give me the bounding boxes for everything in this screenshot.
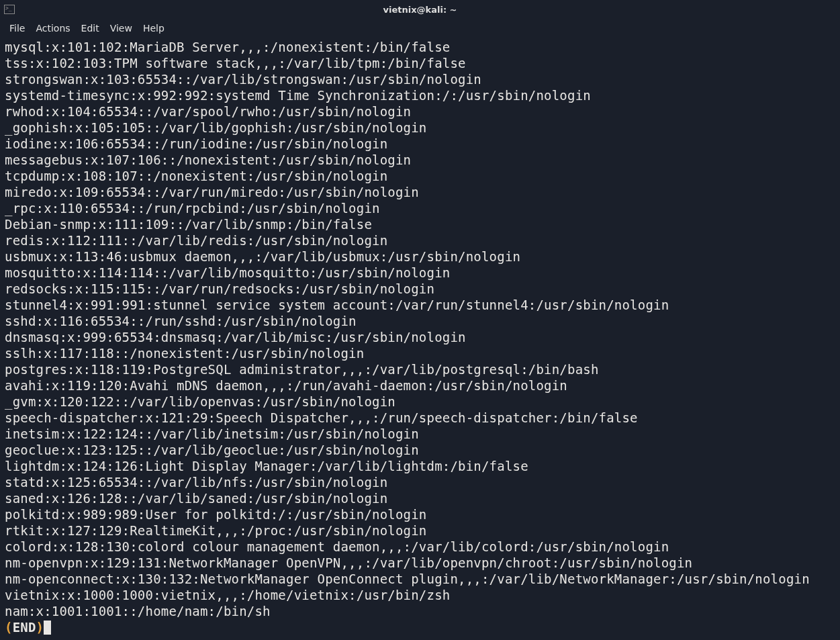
passwd-line: nm-openconnect:x:130:132:NetworkManager … [5,571,835,587]
passwd-line: mosquitto:x:114:114::/var/lib/mosquitto:… [5,265,835,281]
passwd-line: redsocks:x:115:115::/var/run/redsocks:/u… [5,281,835,297]
terminal-output[interactable]: mysql:x:101:102:MariaDB Server,,,:/nonex… [0,38,840,637]
passwd-line: nam:x:1001:1001::/home/nam:/bin/sh [5,603,835,619]
passwd-line: usbmux:x:113:46:usbmux daemon,,,:/var/li… [5,248,835,265]
passwd-line: colord:x:128:130:colord colour managemen… [5,539,835,555]
passwd-line: avahi:x:119:120:Avahi mDNS daemon,,,:/ru… [5,377,835,394]
passwd-line: _gophish:x:105:105::/var/lib/gophish:/us… [5,120,835,136]
passwd-line: rtkit:x:127:129:RealtimeKit,,,:/proc:/us… [5,522,835,539]
passwd-line: sslh:x:117:118::/nonexistent:/usr/sbin/n… [5,345,835,361]
passwd-line: mysql:x:101:102:MariaDB Server,,,:/nonex… [5,39,835,55]
passwd-line: sshd:x:116:65534::/run/sshd:/usr/sbin/no… [5,313,835,329]
passwd-line: speech-dispatcher:x:121:29:Speech Dispat… [5,410,835,426]
passwd-line: _rpc:x:110:65534::/run/rpcbind:/usr/sbin… [5,200,835,216]
passwd-line: saned:x:126:128::/var/lib/saned:/usr/sbi… [5,490,835,506]
titlebar: vietnix@kali: ~ [0,0,840,19]
menu-edit[interactable]: Edit [76,20,105,36]
passwd-line: redis:x:112:111::/var/lib/redis:/usr/sbi… [5,232,835,248]
passwd-line: polkitd:x:989:989:User for polkitd:/:/us… [5,506,835,522]
terminal-icon [4,5,15,14]
passwd-line: nm-openvpn:x:129:131:NetworkManager Open… [5,555,835,571]
menu-help[interactable]: Help [138,20,170,36]
passwd-line: tcpdump:x:108:107::/nonexistent:/usr/sbi… [5,168,835,184]
passwd-line: vietnix:x:1000:1000:vietnix,,,:/home/vie… [5,587,835,603]
menu-file[interactable]: File [4,20,30,36]
passwd-line: systemd-timesync:x:992:992:systemd Time … [5,87,835,103]
passwd-line: iodine:x:106:65534::/run/iodine:/usr/sbi… [5,136,835,152]
passwd-line: miredo:x:109:65534::/var/run/miredo:/usr… [5,184,835,200]
passwd-line: statd:x:125:65534::/var/lib/nfs:/usr/sbi… [5,474,835,490]
passwd-line: Debian-snmp:x:111:109::/var/lib/snmp:/bi… [5,216,835,232]
window-title: vietnix@kali: ~ [383,5,457,15]
passwd-line: inetsim:x:122:124::/var/lib/inetsim:/usr… [5,426,835,442]
passwd-line: geoclue:x:123:125::/var/lib/geoclue:/usr… [5,442,835,458]
menubar: File Actions Edit View Help [0,19,840,38]
passwd-line: messagebus:x:107:106::/nonexistent:/usr/… [5,152,835,168]
menu-actions[interactable]: Actions [30,20,75,36]
pager-end-marker: (END) [5,620,44,635]
passwd-line: _gvm:x:120:122::/var/lib/openvas:/usr/sb… [5,394,835,410]
passwd-line: postgres:x:118:119:PostgreSQL administra… [5,361,835,377]
passwd-line: rwhod:x:104:65534::/var/spool/rwho:/usr/… [5,103,835,120]
passwd-line: tss:x:102:103:TPM software stack,,,:/var… [5,55,835,71]
cursor [44,621,51,635]
passwd-line: dnsmasq:x:999:65534:dnsmasq:/var/lib/mis… [5,329,835,345]
passwd-line: stunnel4:x:991:991:stunnel service syste… [5,297,835,313]
passwd-line: lightdm:x:124:126:Light Display Manager:… [5,458,835,474]
passwd-line: strongswan:x:103:65534::/var/lib/strongs… [5,71,835,87]
menu-view[interactable]: View [105,20,138,36]
